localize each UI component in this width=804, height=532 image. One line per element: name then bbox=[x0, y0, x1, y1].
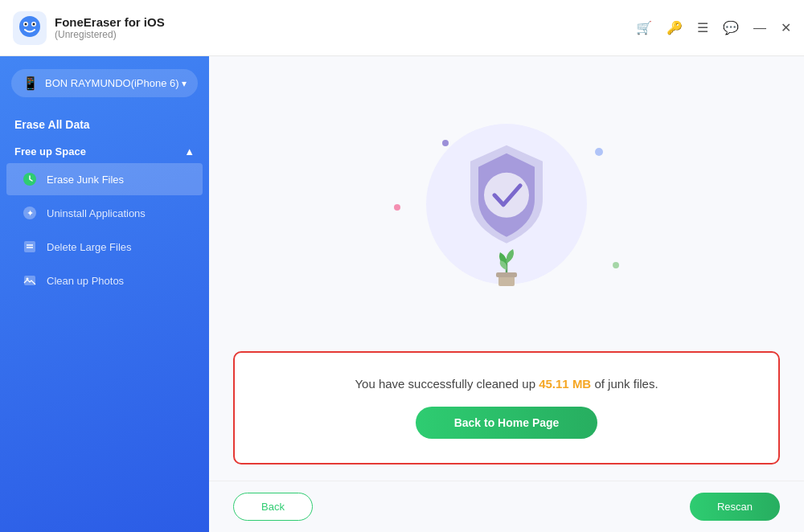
sidebar-item-uninstall-applications[interactable]: ✦ Uninstall Applications bbox=[6, 197, 203, 229]
svg-point-5 bbox=[33, 23, 35, 25]
back-button[interactable]: Back bbox=[233, 493, 313, 521]
app-info: FoneEraser for iOS (Unregistered) bbox=[55, 15, 636, 40]
bottom-bar: Back Rescan bbox=[209, 481, 804, 532]
clean-up-photos-label: Clean up Photos bbox=[47, 275, 124, 287]
svg-rect-9 bbox=[24, 241, 35, 252]
menu-icon[interactable]: ☰ bbox=[697, 22, 708, 35]
title-bar-controls: 🛒 🔑 ☰ 💬 — ✕ bbox=[636, 22, 791, 35]
free-up-space-label: Free up Space bbox=[14, 145, 86, 158]
plant-illustration bbox=[482, 244, 531, 289]
shield-illustration bbox=[454, 138, 559, 251]
device-selector[interactable]: 📱 BON RAYMUNDO(iPhone 6) ▾ bbox=[11, 69, 198, 97]
sidebar-group-free-up-space[interactable]: Free up Space ▲ bbox=[0, 137, 209, 162]
sidebar-section-erase-all-data[interactable]: Erase All Data bbox=[0, 110, 209, 137]
close-button[interactable]: ✕ bbox=[781, 22, 791, 35]
svg-rect-16 bbox=[496, 272, 517, 277]
app-subtitle: (Unregistered) bbox=[55, 29, 636, 40]
device-icon: 📱 bbox=[23, 76, 39, 91]
result-card: You have successfully cleaned up 45.11 M… bbox=[233, 351, 780, 464]
file-icon bbox=[21, 238, 39, 256]
key-icon[interactable]: 🔑 bbox=[667, 22, 683, 35]
dot-green bbox=[613, 262, 619, 268]
svg-point-14 bbox=[484, 172, 529, 217]
result-message-after: of junk files. bbox=[591, 377, 658, 391]
photo-icon bbox=[21, 272, 39, 289]
content-area: You have successfully cleaned up 45.11 M… bbox=[209, 56, 804, 532]
dot-purple bbox=[442, 140, 449, 146]
sidebar-item-delete-large-files[interactable]: Delete Large Files bbox=[6, 231, 203, 263]
dot-pink bbox=[394, 204, 400, 211]
dot-blue bbox=[595, 148, 603, 156]
sidebar: 📱 BON RAYMUNDO(iPhone 6) ▾ Erase All Dat… bbox=[0, 56, 209, 532]
result-amount: 45.11 MB bbox=[539, 377, 591, 391]
sidebar-item-clean-up-photos[interactable]: Clean up Photos bbox=[6, 264, 203, 297]
svg-rect-12 bbox=[24, 276, 35, 285]
chat-icon[interactable]: 💬 bbox=[723, 22, 739, 35]
app-icon bbox=[13, 11, 47, 45]
main-layout: 📱 BON RAYMUNDO(iPhone 6) ▾ Erase All Dat… bbox=[0, 56, 804, 532]
delete-large-files-label: Delete Large Files bbox=[47, 241, 132, 253]
result-text: You have successfully cleaned up 45.11 M… bbox=[355, 377, 658, 391]
uninstall-applications-label: Uninstall Applications bbox=[47, 207, 146, 219]
rescan-button[interactable]: Rescan bbox=[690, 493, 780, 521]
collapse-icon: ▲ bbox=[184, 145, 195, 158]
svg-text:✦: ✦ bbox=[27, 208, 34, 218]
erase-junk-files-label: Erase Junk Files bbox=[47, 174, 124, 186]
app-name: FoneEraser for iOS bbox=[55, 15, 636, 29]
minimize-button[interactable]: — bbox=[753, 22, 766, 35]
chevron-down-icon: ▾ bbox=[182, 78, 187, 89]
cart-icon[interactable]: 🛒 bbox=[636, 22, 652, 35]
illustration-area bbox=[209, 56, 804, 351]
result-message-before: You have successfully cleaned up bbox=[355, 377, 539, 391]
back-home-button[interactable]: Back to Home Page bbox=[416, 407, 598, 439]
clock-icon bbox=[21, 170, 39, 188]
star-icon: ✦ bbox=[21, 204, 39, 222]
title-bar: FoneEraser for iOS (Unregistered) 🛒 🔑 ☰ … bbox=[0, 0, 804, 56]
svg-point-4 bbox=[25, 23, 27, 25]
svg-point-1 bbox=[19, 16, 40, 37]
sidebar-item-erase-junk-files[interactable]: Erase Junk Files bbox=[6, 163, 203, 195]
device-label: BON RAYMUNDO(iPhone 6) bbox=[45, 77, 182, 89]
